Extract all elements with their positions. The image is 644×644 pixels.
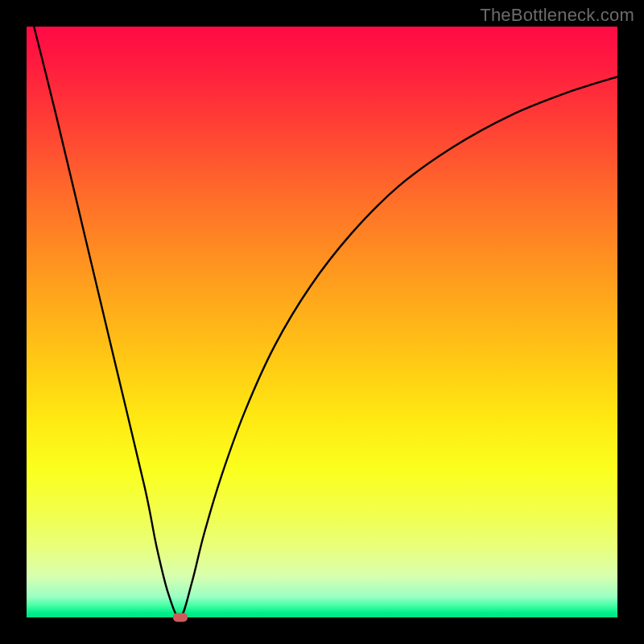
- bottleneck-curve: [27, 27, 617, 617]
- watermark-label: TheBottleneck.com: [480, 5, 634, 26]
- plot-area: [27, 27, 617, 617]
- bottleneck-marker: [173, 613, 188, 622]
- chart-frame: TheBottleneck.com: [0, 0, 644, 644]
